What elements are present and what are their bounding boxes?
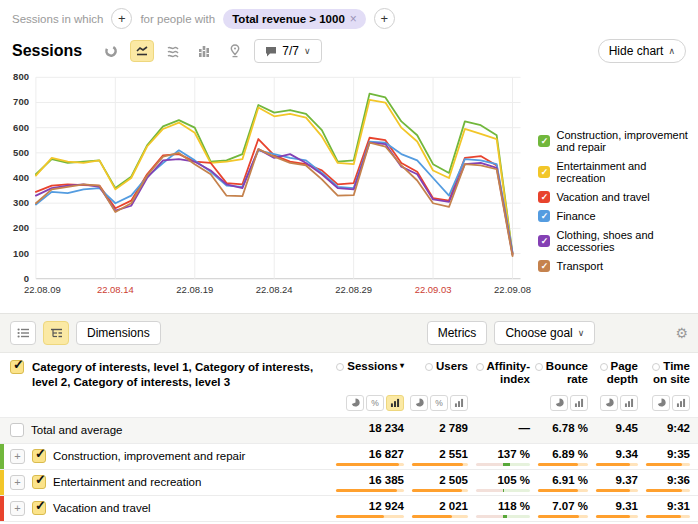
metric-help-icon[interactable]: [336, 363, 344, 371]
annotations-dropdown[interactable]: 7/7 ∨: [254, 39, 321, 63]
column-toggle-group: [638, 395, 690, 411]
add-people-condition-button[interactable]: +: [374, 8, 395, 29]
x-axis-tick-label: 22.08.09: [24, 284, 61, 295]
y-axis-tick-label: 100: [13, 248, 29, 259]
hide-chart-button[interactable]: Hide chart ∧: [598, 39, 686, 63]
metric-share-bar: [336, 489, 404, 492]
tree-view-toggle[interactable]: [43, 321, 69, 345]
row-checkbox[interactable]: [32, 501, 46, 515]
column-header-page-depth[interactable]: Page depth: [588, 360, 638, 386]
map-chart-type-button[interactable]: [223, 40, 247, 62]
row-checkbox[interactable]: [32, 449, 46, 463]
bar-display-toggle[interactable]: [672, 395, 690, 411]
column-toggle-group: [468, 395, 530, 411]
bar-display-icon: [624, 398, 634, 407]
metric-value: 16 385: [328, 469, 404, 495]
legend-checkbox[interactable]: ✓: [538, 135, 550, 147]
table-row: +Entertainment and recreation16 3852 505…: [0, 469, 698, 495]
row-checkbox[interactable]: [10, 423, 24, 437]
column-display-toggles: %%: [328, 395, 690, 411]
select-all-checkbox[interactable]: [10, 360, 24, 374]
metric-value: 9:42: [638, 417, 690, 443]
pie-display-toggle[interactable]: [346, 395, 364, 411]
bar-display-toggle[interactable]: [620, 395, 638, 411]
table-row: +Vacation and travel12 9242 021118 %7.07…: [0, 495, 698, 521]
metric-value: 105 %: [468, 469, 530, 495]
pie-display-toggle[interactable]: [410, 395, 428, 411]
legend-checkbox[interactable]: ✓: [538, 260, 550, 272]
column-header-sessions[interactable]: Sessions ▾: [328, 360, 404, 386]
column-header-affinity-index[interactable]: Affinity-index: [468, 360, 530, 386]
sessions-chart-section: 010020030040050060070080022.08.0922.08.1…: [0, 65, 698, 305]
table-body: Total and average18 2342 789—6.78 %9.459…: [0, 417, 698, 521]
metric-value: 2 505: [404, 469, 468, 495]
percent-display-toggle[interactable]: %: [366, 395, 384, 411]
metric-help-icon[interactable]: [600, 363, 608, 371]
list-view-toggle[interactable]: [10, 321, 36, 345]
pie-display-toggle[interactable]: [600, 395, 618, 411]
column-toggle-group: [530, 395, 588, 411]
line-chart-type-button[interactable]: [130, 40, 154, 62]
tree-view-icon: [50, 327, 63, 339]
pie-chart-type-button[interactable]: [99, 40, 123, 62]
x-axis-tick-label: 22.08.29: [335, 284, 372, 295]
column-header-users[interactable]: Users: [404, 360, 468, 386]
metric-value: 6.89 %: [530, 443, 588, 469]
stacked-area-chart-type-button[interactable]: [161, 40, 185, 62]
pie-display-toggle[interactable]: [550, 395, 568, 411]
segment-filter-bar: Sessions in which + for people with Tota…: [0, 0, 698, 31]
choose-goal-label: Choose goal: [505, 326, 572, 340]
metric-column-headers: Sessions ▾UsersAffinity-indexBounce rate…: [328, 360, 690, 386]
column-chart-type-button[interactable]: [192, 40, 216, 62]
x-axis-tick-label: 22.08.19: [176, 284, 213, 295]
table-row: +Construction, improvement and repair16 …: [0, 443, 698, 469]
dimension-header: Category of interests, level 1, Category…: [10, 360, 328, 390]
expand-row-button[interactable]: +: [10, 501, 25, 516]
legend-checkbox[interactable]: ✓: [538, 166, 550, 178]
metric-help-icon[interactable]: [535, 363, 543, 371]
column-header-bounce-rate[interactable]: Bounce rate: [530, 360, 588, 386]
row-label[interactable]: Entertainment and recreation: [53, 476, 201, 488]
legend-checkbox[interactable]: ✓: [538, 191, 550, 203]
gear-icon[interactable]: ⚙: [675, 325, 688, 341]
metric-value: 12 924: [328, 495, 404, 521]
metrics-button[interactable]: Metrics: [427, 321, 488, 345]
stacked-area-icon: [166, 44, 180, 58]
legend-item[interactable]: ✓Clothing, shoes and accessories: [538, 229, 696, 253]
legend-item[interactable]: ✓Finance: [538, 210, 696, 222]
legend-checkbox[interactable]: ✓: [538, 210, 550, 222]
metric-value: 9.31: [588, 495, 638, 521]
row-checkbox[interactable]: [32, 475, 46, 489]
add-session-condition-button[interactable]: +: [111, 8, 132, 29]
row-label[interactable]: Vacation and travel: [53, 502, 151, 514]
row-label[interactable]: Construction, improvement and repair: [53, 450, 245, 462]
pie-display-toggle[interactable]: [652, 395, 670, 411]
dimensions-button[interactable]: Dimensions: [76, 321, 161, 345]
chart-legend: ✓Construction, improvement and repair✓En…: [538, 129, 696, 305]
legend-item[interactable]: ✓Construction, improvement and repair: [538, 129, 696, 153]
legend-item[interactable]: ✓Vacation and travel: [538, 191, 696, 203]
metric-help-icon[interactable]: [425, 363, 433, 371]
remove-segment-icon[interactable]: ×: [350, 12, 357, 26]
bar-display-toggle[interactable]: [450, 395, 468, 411]
segment-tag[interactable]: Total revenue > 1000 ×: [223, 9, 366, 29]
y-axis-tick-label: 700: [13, 96, 29, 107]
bar-display-toggle[interactable]: [570, 395, 588, 411]
pie-display-icon: [555, 398, 564, 407]
bar-display-toggle[interactable]: [386, 395, 404, 411]
percent-display-toggle[interactable]: %: [430, 395, 448, 411]
legend-checkbox[interactable]: ✓: [538, 235, 550, 247]
column-chart-icon: [197, 44, 211, 58]
metric-help-icon[interactable]: [652, 363, 660, 371]
metric-help-icon[interactable]: [476, 363, 484, 371]
pie-display-icon: [605, 398, 614, 407]
expand-row-button[interactable]: +: [10, 475, 25, 490]
choose-goal-dropdown[interactable]: Choose goal ∨: [494, 321, 595, 345]
legend-label: Construction, improvement and repair: [556, 129, 696, 153]
legend-item[interactable]: ✓Transport: [538, 260, 696, 272]
metric-value: 7.07 %: [530, 495, 588, 521]
expand-row-button[interactable]: +: [10, 449, 25, 464]
row-label-area: +Construction, improvement and repair: [4, 449, 328, 464]
legend-item[interactable]: ✓Entertainment and recreation: [538, 160, 696, 184]
column-header-time-on-site[interactable]: Time on site: [638, 360, 690, 386]
